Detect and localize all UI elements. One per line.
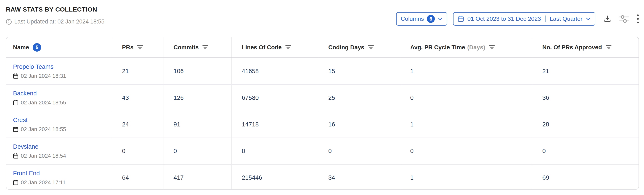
raw-stats-page: RAW STATS BY COLLECTION Last Updated at:… bbox=[0, 0, 644, 195]
column-header-prs-approved: No. Of PRs Approved bbox=[532, 37, 638, 57]
cell-avg-pr-cycle-time: 1 bbox=[400, 111, 532, 138]
name-cell: Backend 02 Jan 2024 18:55 bbox=[6, 85, 112, 111]
cell-coding-days: 25 bbox=[318, 85, 400, 111]
columns-count-badge: 6 bbox=[427, 15, 435, 23]
calendar-icon bbox=[13, 153, 18, 159]
date-range-button[interactable]: 01 Oct 2023 to 31 Dec 2023 Last Quarter bbox=[453, 12, 595, 25]
updated-timestamp: 02 Jan 2024 18:55 bbox=[21, 126, 66, 133]
widget-settings-button[interactable] bbox=[619, 14, 629, 23]
cell-avg-pr-cycle-time: 0 bbox=[400, 138, 532, 164]
collection-link[interactable]: Propelo Teams bbox=[13, 63, 54, 70]
table-row: Backend 02 Jan 2024 18:55 43 126 67580 2… bbox=[6, 85, 638, 111]
filter-icon[interactable] bbox=[286, 45, 291, 49]
raw-stats-table: Name 5 PRs Commits Lines Of Code bbox=[6, 37, 639, 190]
cell-avg-pr-cycle-time: 1 bbox=[400, 58, 532, 84]
column-label: Coding Days bbox=[328, 44, 364, 51]
settings-sliders-icon bbox=[619, 14, 629, 23]
cell-prs: 64 bbox=[112, 165, 164, 190]
updated-timestamp: 02 Jan 2024 17:11 bbox=[21, 179, 66, 186]
button-divider bbox=[545, 15, 546, 22]
calendar-icon bbox=[13, 126, 18, 132]
collection-link[interactable]: Front End bbox=[13, 170, 40, 177]
cell-commits: 91 bbox=[164, 111, 232, 138]
last-updated-line: Last Updated at: 02 Jan 2024 18:55 bbox=[6, 18, 104, 25]
cell-coding-days: 34 bbox=[318, 165, 400, 190]
cell-lines-of-code: 67580 bbox=[232, 85, 318, 111]
filter-icon[interactable] bbox=[137, 45, 143, 49]
cell-lines-of-code: 215446 bbox=[232, 165, 318, 190]
name-cell: Crest 02 Jan 2024 18:55 bbox=[6, 111, 112, 138]
cell-prs-approved: 0 bbox=[532, 138, 638, 164]
column-header-name: Name 5 bbox=[6, 37, 112, 57]
column-header-avg-pr-cycle-time: Avg. PR Cycle Time (Days) bbox=[400, 37, 532, 57]
cell-lines-of-code: 41658 bbox=[232, 58, 318, 84]
kebab-menu-icon bbox=[637, 14, 639, 24]
column-header-commits: Commits bbox=[164, 37, 232, 57]
table-row: Devslane 02 Jan 2024 18:54 0 0 0 0 0 0 bbox=[6, 138, 638, 165]
download-button[interactable] bbox=[604, 15, 611, 23]
row-updated: 02 Jan 2024 18:55 bbox=[13, 126, 66, 133]
filter-icon[interactable] bbox=[202, 45, 208, 49]
column-label: Lines Of Code bbox=[242, 44, 282, 51]
cell-avg-pr-cycle-time: 0 bbox=[400, 85, 532, 111]
cell-avg-pr-cycle-time: 1 bbox=[400, 165, 532, 190]
column-label-suffix: (Days) bbox=[467, 44, 485, 51]
row-updated: 02 Jan 2024 18:31 bbox=[13, 73, 66, 79]
cell-prs-approved: 28 bbox=[532, 111, 638, 138]
calendar-icon bbox=[458, 15, 464, 22]
chevron-down-icon bbox=[438, 17, 442, 20]
table-row: Crest 02 Jan 2024 18:55 24 91 14718 16 1… bbox=[6, 111, 638, 138]
table-header-row: Name 5 PRs Commits Lines Of Code bbox=[6, 37, 638, 58]
updated-timestamp: 02 Jan 2024 18:55 bbox=[21, 99, 66, 106]
calendar-icon bbox=[13, 180, 18, 185]
topbar: RAW STATS BY COLLECTION Last Updated at:… bbox=[6, 6, 639, 25]
cell-prs-approved: 69 bbox=[532, 165, 638, 190]
collection-link[interactable]: Backend bbox=[13, 90, 37, 97]
collection-link[interactable]: Crest bbox=[13, 117, 28, 124]
toolbar-controls: Columns 6 01 Oct 2023 to bbox=[396, 12, 639, 25]
cell-prs: 24 bbox=[112, 111, 164, 138]
column-label: No. Of PRs Approved bbox=[542, 44, 602, 51]
row-updated: 02 Jan 2024 17:11 bbox=[13, 179, 66, 186]
columns-label: Columns bbox=[401, 15, 424, 22]
column-label: Commits bbox=[174, 44, 199, 51]
filter-icon[interactable] bbox=[606, 45, 612, 49]
cell-prs-approved: 36 bbox=[532, 85, 638, 111]
calendar-icon bbox=[13, 73, 18, 79]
row-updated: 02 Jan 2024 18:55 bbox=[13, 99, 66, 106]
updated-timestamp: 02 Jan 2024 18:54 bbox=[21, 153, 66, 159]
cell-commits: 417 bbox=[164, 165, 232, 190]
table-row: Front End 02 Jan 2024 17:11 64 417 21544… bbox=[6, 165, 638, 190]
cell-commits: 0 bbox=[164, 138, 232, 164]
name-cell: Propelo Teams 02 Jan 2024 18:31 bbox=[6, 58, 112, 84]
filter-icon[interactable] bbox=[368, 45, 374, 49]
toolbar-icon-group bbox=[604, 14, 639, 24]
cell-commits: 106 bbox=[164, 58, 232, 84]
cell-coding-days: 15 bbox=[318, 58, 400, 84]
column-label: Avg. PR Cycle Time bbox=[410, 44, 465, 51]
cell-prs-approved: 21 bbox=[532, 58, 638, 84]
date-range-text: 01 Oct 2023 to 31 Dec 2023 bbox=[467, 15, 541, 22]
row-updated: 02 Jan 2024 18:54 bbox=[13, 153, 66, 159]
page-title: RAW STATS BY COLLECTION bbox=[6, 6, 104, 13]
name-cell: Front End 02 Jan 2024 17:11 bbox=[6, 165, 112, 190]
collection-link[interactable]: Devslane bbox=[13, 143, 38, 150]
cell-commits: 126 bbox=[164, 85, 232, 111]
download-icon bbox=[604, 15, 611, 23]
more-actions-button[interactable] bbox=[637, 14, 639, 24]
cell-coding-days: 0 bbox=[318, 138, 400, 164]
cell-coding-days: 16 bbox=[318, 111, 400, 138]
info-icon bbox=[6, 19, 12, 25]
column-header-prs: PRs bbox=[112, 37, 164, 57]
cell-lines-of-code: 0 bbox=[232, 138, 318, 164]
column-label: PRs bbox=[122, 44, 134, 51]
date-preset-label: Last Quarter bbox=[550, 15, 582, 22]
column-label-group: Avg. PR Cycle Time (Days) bbox=[410, 44, 485, 51]
name-count-badge: 5 bbox=[33, 43, 41, 52]
cell-lines-of-code: 14718 bbox=[232, 111, 318, 138]
filter-icon[interactable] bbox=[489, 45, 495, 49]
column-label: Name bbox=[13, 44, 29, 51]
last-updated-text: Last Updated at: 02 Jan 2024 18:55 bbox=[14, 18, 104, 25]
columns-dropdown-button[interactable]: Columns 6 bbox=[396, 12, 447, 25]
column-header-coding-days: Coding Days bbox=[318, 37, 400, 57]
